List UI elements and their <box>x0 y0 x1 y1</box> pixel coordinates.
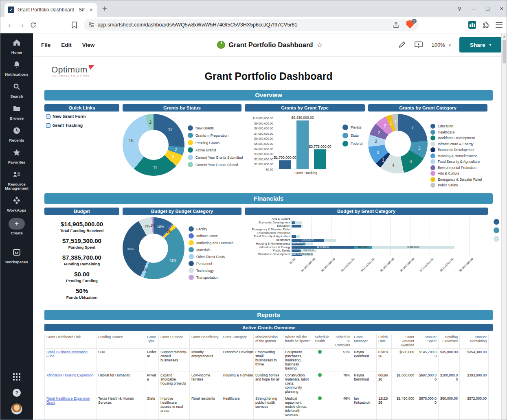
stat-label: Funding Remaining <box>44 262 119 266</box>
minimize-icon[interactable]: – <box>472 5 476 12</box>
browser-tab[interactable]: ✓ Grant Portfolio Dashboard - Sm × <box>4 3 97 17</box>
column-header: Pending Expenses <box>439 334 460 349</box>
sidebar-item-notifications[interactable]: Notifications <box>1 60 33 77</box>
slice-label: 1% <box>150 223 155 228</box>
menu-edit[interactable]: Edit <box>61 42 72 48</box>
scrollbar[interactable]: ▲ <box>501 33 507 420</box>
sidebar-item-home[interactable]: Home <box>1 38 33 55</box>
scroll-up-arrow[interactable]: ▲ <box>502 33 507 38</box>
budget-header: Budget <box>44 208 119 215</box>
legend-swatch <box>494 236 499 242</box>
share-page-icon[interactable] <box>393 22 399 28</box>
stat-value: $7,385,700.00 <box>44 254 119 261</box>
slice-label: 2 <box>375 139 377 144</box>
menu-file[interactable]: File <box>41 42 50 48</box>
menu-icon[interactable] <box>496 22 503 28</box>
table-cell: Low-income families <box>190 372 221 395</box>
x-tick-label: $2,000,000.00 <box>320 257 336 272</box>
quick-links-header: Quick Links <box>44 104 119 112</box>
y-tick-label: $4,000,000.00 <box>254 147 273 151</box>
bar-row <box>292 228 483 232</box>
tab-search-chevron-icon[interactable]: ∨ <box>457 5 461 12</box>
shield-badge: 1 <box>412 19 417 24</box>
sidebar-item-workapps[interactable]: WorkApps <box>1 196 33 213</box>
scroll-thumb[interactable] <box>503 40 506 63</box>
quick-link-1[interactable]: New Grant Form <box>46 114 119 119</box>
legend-swatch <box>189 254 194 259</box>
quick-links: New Grant FormGrant Tracking <box>44 114 119 128</box>
table-cell: $217,700.00 <box>416 418 439 420</box>
site-settings-icon[interactable] <box>88 22 94 28</box>
column-header: Grant Amount Awarded <box>392 334 416 349</box>
present-icon[interactable] <box>414 41 423 49</box>
table-cell: $572,000.00 <box>460 395 489 418</box>
sidebar-item-resource-management[interactable]: Resource Management <box>1 170 33 191</box>
back-icon[interactable]: ‹ <box>4 20 15 30</box>
grant-link[interactable]: Small Business Innovation Fund <box>46 350 88 358</box>
sidebar-item-label: Browse <box>10 116 24 121</box>
table-cell <box>313 372 331 395</box>
legend-label: Grants in Preparation <box>195 133 228 138</box>
window-close-icon[interactable]: × <box>500 5 503 12</box>
legend-item: Technology <box>189 268 233 273</box>
sidebar-item-workspaces[interactable]: Workspaces <box>1 248 33 265</box>
extensions-puzzle-icon[interactable] <box>482 21 489 29</box>
legend-item: Infrastructure & Energy <box>430 142 482 147</box>
url-text[interactable]: app.smartsheet.com/dashboards/5WQ5w8xWwW… <box>98 22 389 28</box>
user-avatar[interactable] <box>11 403 22 415</box>
divider <box>8 242 26 242</box>
tab-close-icon[interactable]: × <box>88 7 94 13</box>
smartsheet-favicon: ✓ <box>8 7 14 13</box>
chart-legend: PrivateStateFederal <box>342 125 362 175</box>
report-table: Grant Dashboard LinkFunding SourceGrant … <box>44 334 489 420</box>
legend-item: Grants in Preparation <box>188 133 243 138</box>
reload-icon[interactable] <box>30 22 40 28</box>
window-controls: ∨ – □ × <box>457 0 503 17</box>
sidebar-item-favorites[interactable]: Favorites <box>1 148 33 165</box>
extension-icon[interactable] <box>468 21 476 29</box>
donut-chart: 73441322211 <box>368 114 428 173</box>
slice-label: 2% <box>143 267 147 271</box>
sidebar-item-recents[interactable]: Recents <box>1 126 33 143</box>
sidebar-item-search[interactable]: Search <box>1 82 33 99</box>
bar-chart: $10,000,000.00$9,000,000.00$8,000,000.00… <box>245 114 365 175</box>
sidebar-item-label: Create <box>11 231 23 236</box>
legend-swatch <box>494 219 499 225</box>
legend-swatch <box>342 125 348 130</box>
new-tab-button[interactable]: + <box>102 4 107 13</box>
app-launcher-grid-icon[interactable] <box>13 373 20 382</box>
grants-by-category-chart: 73441322211EducationHealthcareWorkforce … <box>368 114 487 188</box>
zoom-control[interactable]: 100% ∨ <box>431 42 451 48</box>
tab-strip: ✓ Grant Portfolio Dashboard - Sm × + ∨ –… <box>0 0 507 17</box>
slice-label: 42% <box>169 258 176 262</box>
sidebar-item-browse[interactable]: Browse <box>1 104 33 121</box>
dashboard-title: Grant Portfolio Dashboard <box>228 41 313 49</box>
url-bar[interactable]: app.smartsheet.com/dashboards/5WQ5w8xWwW… <box>84 19 419 31</box>
sidebar-item-create[interactable]: +Create <box>1 218 33 236</box>
forward-icon[interactable]: › <box>17 20 27 30</box>
grant-link[interactable]: Affordable Housing Expansion <box>46 373 93 377</box>
stat-value: $7,519,300.00 <box>44 237 119 244</box>
share-button[interactable]: Share▾ <box>459 37 502 52</box>
legend-label: Marketing and Outreach <box>196 241 233 245</box>
favorite-star-icon[interactable]: ☆ <box>316 41 323 49</box>
bar-value-label: $9,430,000.00 <box>280 116 325 120</box>
table-cell: 12/22/26 <box>377 395 392 418</box>
maximize-icon[interactable]: □ <box>486 5 489 12</box>
table-cell: $354,300.00 <box>460 349 489 372</box>
help-button[interactable]: ? <box>13 389 21 397</box>
quick-link-2[interactable]: Grant Tracking <box>46 123 119 128</box>
y-axis: $10,000,000.00$9,000,000.00$8,000,000.00… <box>245 114 275 171</box>
edit-pencil-icon[interactable] <box>398 41 406 49</box>
logo-subtext: SOFTWARE SOLUTIONS <box>51 75 90 77</box>
legend-swatch <box>189 261 194 266</box>
donut-chart: 122311162 <box>123 114 184 176</box>
grant-link[interactable]: Rural Healthcare Expansion Grant <box>46 396 90 405</box>
brave-shield-icon[interactable]: 1 <box>406 20 415 29</box>
bar-private <box>279 160 291 169</box>
bookmark-icon[interactable] <box>71 22 81 28</box>
table-row: Affordable Housing ExpansionHabitat for … <box>45 372 489 395</box>
table-cell <box>313 395 331 418</box>
menu-view[interactable]: View <box>82 42 95 48</box>
table-cell: Urban Agriculture Grant <box>45 418 97 420</box>
